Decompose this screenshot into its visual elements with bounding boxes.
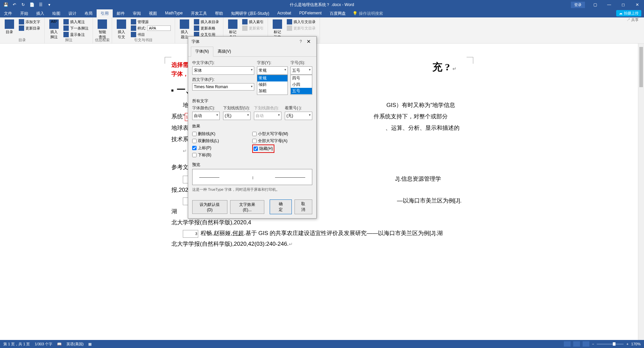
new-doc-icon[interactable]: 📄 — [29, 2, 35, 8]
add-text-button[interactable]: 添加文字 — [17, 19, 42, 25]
tof-icon — [194, 19, 199, 24]
citation-icon — [117, 19, 126, 29]
tab-draw[interactable]: 绘图 — [48, 9, 64, 17]
tab-references[interactable]: 引用 — [97, 9, 113, 17]
update-table-button[interactable]: 更新表格 — [193, 25, 220, 31]
tab-developer[interactable]: 开发工具 — [187, 9, 211, 17]
toc-icon — [5, 19, 14, 29]
ribbon-tabs: 文件 开始 插入 绘图 设计 布局 引用 邮件 审阅 视图 MathType 开… — [0, 9, 644, 17]
ribbon-group-citations: 插入引文 管理源 样式:APA 书目 引文与书目 — [112, 17, 175, 43]
tab-view[interactable]: 视图 — [145, 9, 161, 17]
mark-citation-icon — [273, 19, 282, 29]
citation-style-combo[interactable]: 样式:APA — [129, 25, 172, 31]
caption-icon — [180, 19, 189, 29]
footnote-icon: AB¹ — [49, 19, 59, 29]
tab-mailings[interactable]: 邮件 — [113, 9, 129, 17]
tell-me-search[interactable]: 💡 操作说明搜索 — [350, 9, 386, 17]
style-icon — [131, 25, 136, 31]
update-index-icon — [242, 25, 248, 31]
insert-endnote-button[interactable]: 插入尾注 — [62, 19, 90, 25]
ribbon: 目录 添加文字 更新目录 目录 AB¹插入脚注 插入尾注 下一条脚注 显示备注 … — [0, 17, 644, 44]
tab-design[interactable]: 设计 — [64, 9, 80, 17]
update-index-button[interactable]: 更新索引 — [241, 25, 265, 31]
tab-acrobat[interactable]: Acrobat — [273, 9, 295, 17]
maximize-icon[interactable]: ◻ — [616, 0, 630, 9]
biblio-icon — [131, 32, 136, 37]
endnote-icon — [63, 19, 69, 24]
save-icon[interactable]: 💾 — [3, 2, 9, 8]
undo-icon[interactable]: ↶ — [11, 2, 17, 8]
update-toa-button[interactable]: 更新引文目录 — [285, 25, 317, 31]
insert-toa-icon — [287, 19, 292, 24]
minimize-icon[interactable]: — — [602, 0, 616, 9]
mark-entry-icon — [228, 19, 237, 29]
login-button[interactable]: 登录 — [571, 2, 585, 8]
ribbon-group-research: 智能 查找 信息检索 — [93, 17, 112, 43]
tab-file[interactable]: 文件 — [0, 9, 16, 17]
update-table-icon — [194, 25, 199, 31]
close-icon[interactable]: ✕ — [631, 0, 644, 9]
close-icon[interactable]: ✕ — [305, 39, 313, 44]
quick-access-toolbar: 💾 ↶ ↻ 📄 ☰ ▾ — [0, 2, 55, 8]
insert-toa-button[interactable]: 插入引文目录 — [285, 19, 317, 25]
tab-insert[interactable]: 插入 — [32, 9, 48, 17]
touch-mode-icon[interactable]: ☰ — [38, 2, 44, 8]
cloud-icon: ☁ — [619, 11, 623, 15]
show-notes-button[interactable]: 显示备注 — [62, 32, 90, 38]
search-icon — [98, 19, 107, 29]
insert-index-button[interactable]: 插入索引 — [241, 19, 265, 25]
titlebar: 💾 ↶ ↻ 📄 ☰ ▾ 什么是地理信息系统？ .docx - Word 登录 ▢… — [0, 0, 644, 9]
ribbon-group-footnotes: AB¹插入脚注 插入尾注 下一条脚注 显示备注 脚注 — [45, 17, 93, 43]
tab-mathtype[interactable]: MathType — [161, 9, 187, 17]
dialog-titlebar[interactable]: 字体 ? ✕ — [188, 37, 316, 44]
ribbon-options-icon[interactable]: ▢ — [588, 0, 602, 9]
manage-sources-button[interactable]: 管理源 — [129, 19, 172, 25]
share-button[interactable]: ↗ 共享 — [624, 17, 641, 23]
tab-home[interactable]: 开始 — [16, 9, 32, 17]
font-dialog: 字体 ? ✕ 字体(N) 高级(V) 中文字体(T): 宋体 西文字体(F): … — [188, 36, 317, 44]
tab-estudy[interactable]: 知网研学 (原E-Study) — [227, 9, 273, 17]
document-title: 什么是地理信息系统？ .docx - Word — [290, 2, 354, 8]
redo-icon[interactable]: ↻ — [20, 2, 26, 8]
tab-help[interactable]: 帮助 — [211, 9, 227, 17]
tab-layout[interactable]: 布局 — [80, 9, 97, 17]
manage-icon — [131, 19, 136, 24]
help-icon[interactable]: ? — [297, 39, 305, 44]
dialog-title: 字体 — [192, 39, 297, 44]
bibliography-button[interactable]: 书目 — [129, 32, 172, 38]
next-footnote-button[interactable]: 下一条脚注 — [62, 25, 90, 31]
ribbon-group-toc: 目录 添加文字 更新目录 目录 — [0, 17, 45, 43]
tab-baidu[interactable]: 百度网盘 — [326, 9, 350, 17]
insert-tof-button[interactable]: 插入表目录 — [193, 19, 220, 25]
add-text-icon — [19, 19, 24, 24]
tab-review[interactable]: 审阅 — [129, 9, 145, 17]
tab-pdfelement[interactable]: PDFelement — [295, 9, 326, 17]
qat-more-icon[interactable]: ▾ — [46, 2, 52, 8]
update-toc-button[interactable]: 更新目录 — [17, 25, 42, 31]
update-toa-icon — [287, 25, 292, 31]
next-footnote-icon — [63, 25, 69, 31]
upload-badge[interactable]: ☁ 拍摄上传 — [616, 10, 641, 16]
insert-index-icon — [242, 19, 248, 24]
update-icon — [19, 25, 24, 31]
show-notes-icon — [63, 32, 69, 37]
lightbulb-icon: 💡 — [353, 11, 358, 16]
